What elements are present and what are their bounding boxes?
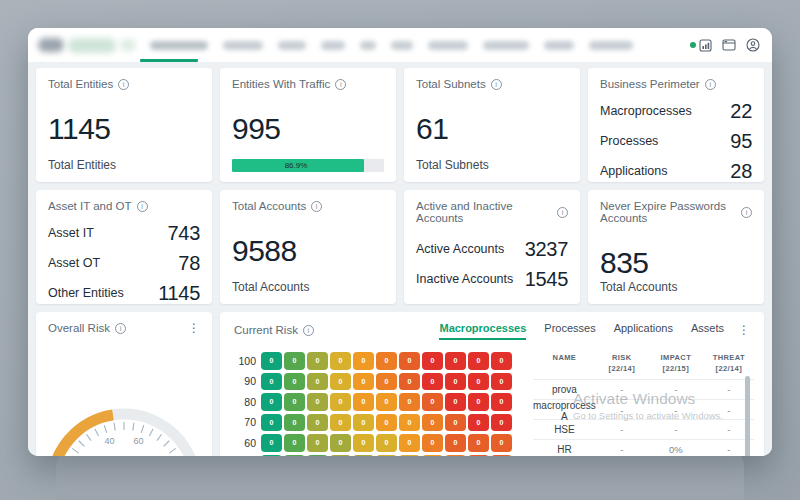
column-header[interactable]: IMPACT[22/15] — [648, 352, 704, 375]
heatmap-cell[interactable]: 0 — [445, 434, 466, 452]
nav-item[interactable] — [544, 41, 574, 50]
heatmap-cell[interactable]: 0 — [468, 455, 489, 457]
table-scrollbar[interactable] — [745, 376, 750, 456]
heatmap-cell[interactable]: 0 — [353, 352, 374, 370]
info-icon[interactable]: i — [118, 79, 129, 90]
heatmap-cell[interactable]: 0 — [399, 434, 420, 452]
heatmap-cell[interactable]: 0 — [284, 414, 305, 432]
status-online-icon[interactable] — [690, 39, 712, 52]
heatmap-cell[interactable]: 0 — [261, 352, 282, 370]
heatmap-cell[interactable]: 0 — [445, 352, 466, 370]
kebab-menu-icon[interactable]: ⋮ — [188, 322, 200, 334]
heatmap-cell[interactable]: 0 — [422, 352, 443, 370]
heatmap-cell[interactable]: 0 — [353, 373, 374, 391]
tab-assets[interactable]: Assets — [691, 322, 724, 338]
heatmap-cell[interactable]: 0 — [330, 393, 351, 411]
heatmap-cell[interactable]: 0 — [422, 434, 443, 452]
heatmap-cell[interactable]: 0 — [284, 352, 305, 370]
tab-applications[interactable]: Applications — [614, 322, 673, 338]
info-icon[interactable]: i — [335, 79, 346, 90]
heatmap-cell[interactable]: 0 — [399, 373, 420, 391]
heatmap-cell[interactable]: 0 — [307, 434, 328, 452]
heatmap-cell[interactable]: 0 — [399, 455, 420, 457]
heatmap-cell[interactable]: 0 — [353, 434, 374, 452]
info-icon[interactable]: i — [557, 207, 568, 218]
app-window-icon[interactable] — [722, 39, 736, 51]
heatmap-cell[interactable]: 0 — [330, 373, 351, 391]
heatmap-cell[interactable]: 0 — [399, 393, 420, 411]
heatmap-cell[interactable]: 0 — [284, 434, 305, 452]
heatmap-cell[interactable]: 0 — [307, 455, 328, 457]
heatmap-cell[interactable]: 0 — [330, 352, 351, 370]
heatmap-cell[interactable]: 0 — [284, 455, 305, 457]
heatmap-cell[interactable]: 0 — [445, 393, 466, 411]
column-header[interactable]: THREAT[22/14] — [704, 352, 754, 375]
heatmap-cell[interactable]: 0 — [422, 414, 443, 432]
heatmap-cell[interactable]: 0 — [491, 373, 512, 391]
heatmap-cell[interactable]: 0 — [491, 455, 512, 457]
info-icon[interactable]: i — [705, 79, 716, 90]
heatmap-cell[interactable]: 0 — [353, 455, 374, 457]
heatmap-cell[interactable]: 0 — [376, 434, 397, 452]
heatmap-cell[interactable]: 0 — [353, 414, 374, 432]
info-icon[interactable]: i — [303, 325, 314, 336]
heatmap-cell[interactable]: 0 — [261, 414, 282, 432]
nav-item[interactable] — [589, 41, 633, 50]
heatmap-cell[interactable]: 0 — [422, 455, 443, 457]
heatmap-cell[interactable]: 0 — [307, 414, 328, 432]
heatmap-cell[interactable]: 0 — [307, 393, 328, 411]
nav-item[interactable] — [428, 41, 468, 50]
nav-item[interactable] — [321, 41, 345, 50]
heatmap-cell[interactable]: 0 — [284, 373, 305, 391]
info-icon[interactable]: i — [491, 79, 502, 90]
info-icon[interactable]: i — [137, 201, 148, 212]
table-row[interactable]: prova--- — [533, 379, 754, 399]
heatmap-cell[interactable]: 0 — [261, 373, 282, 391]
table-row[interactable]: HSE--- — [533, 419, 754, 439]
heatmap-cell[interactable]: 0 — [261, 434, 282, 452]
heatmap-cell[interactable]: 0 — [376, 414, 397, 432]
heatmap-cell[interactable]: 0 — [445, 414, 466, 432]
heatmap-cell[interactable]: 0 — [468, 393, 489, 411]
heatmap-cell[interactable]: 0 — [261, 393, 282, 411]
heatmap-cell[interactable]: 0 — [491, 414, 512, 432]
heatmap-cell[interactable]: 0 — [399, 414, 420, 432]
heatmap-cell[interactable]: 0 — [376, 373, 397, 391]
tab-processes[interactable]: Processes — [544, 322, 595, 338]
nav-item[interactable] — [223, 41, 263, 50]
heatmap-cell[interactable]: 0 — [399, 352, 420, 370]
heatmap-cell[interactable]: 0 — [445, 455, 466, 457]
heatmap-cell[interactable]: 0 — [491, 434, 512, 452]
heatmap-cell[interactable]: 0 — [445, 373, 466, 391]
heatmap-cell[interactable]: 0 — [468, 352, 489, 370]
heatmap-cell[interactable]: 0 — [468, 434, 489, 452]
nav-item[interactable] — [483, 41, 529, 50]
info-icon[interactable]: i — [115, 323, 126, 334]
heatmap-cell[interactable]: 0 — [376, 455, 397, 457]
nav-item[interactable] — [391, 41, 413, 50]
user-account-icon[interactable] — [746, 38, 760, 52]
heatmap-cell[interactable]: 0 — [422, 373, 443, 391]
heatmap-cell[interactable]: 0 — [330, 434, 351, 452]
nav-item[interactable] — [278, 41, 306, 50]
nav-item-active[interactable] — [150, 41, 208, 50]
heatmap-cell[interactable]: 0 — [307, 373, 328, 391]
heatmap-cell[interactable]: 0 — [376, 393, 397, 411]
nav-item[interactable] — [360, 41, 376, 50]
heatmap-cell[interactable]: 0 — [330, 455, 351, 457]
heatmap-cell[interactable]: 0 — [330, 414, 351, 432]
heatmap-cell[interactable]: 0 — [491, 393, 512, 411]
heatmap-cell[interactable]: 0 — [353, 393, 374, 411]
heatmap-cell[interactable]: 0 — [468, 373, 489, 391]
heatmap-cell[interactable]: 0 — [261, 455, 282, 457]
column-header[interactable]: NAME — [533, 352, 596, 375]
heatmap-cell[interactable]: 0 — [284, 393, 305, 411]
heatmap-cell[interactable]: 0 — [307, 352, 328, 370]
heatmap-cell[interactable]: 0 — [491, 352, 512, 370]
info-icon[interactable]: i — [741, 207, 752, 218]
kebab-menu-icon[interactable]: ⋮ — [738, 324, 750, 336]
table-row[interactable]: HR-0%- — [533, 439, 754, 457]
info-icon[interactable]: i — [311, 201, 322, 212]
column-header[interactable]: RISK[22/14] — [596, 352, 648, 375]
heatmap-cell[interactable]: 0 — [468, 414, 489, 432]
